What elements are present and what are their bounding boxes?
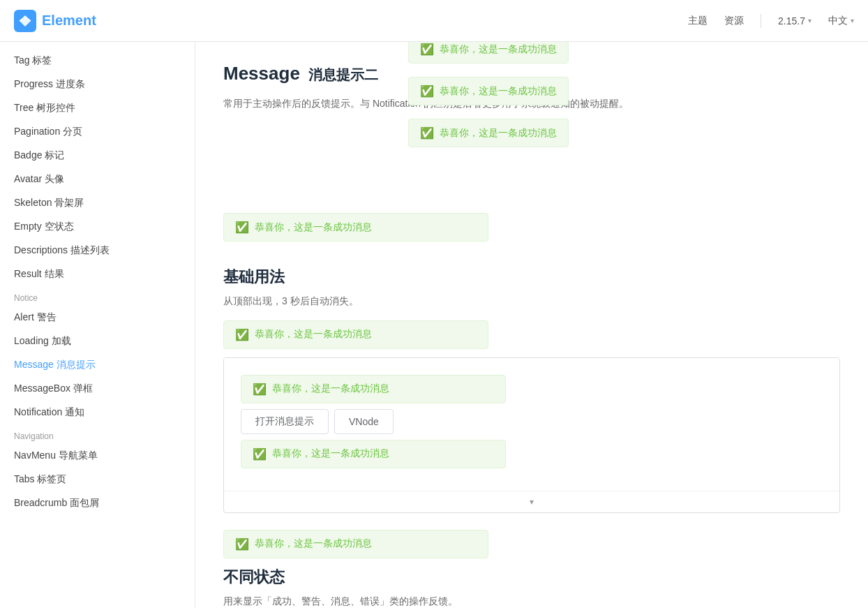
section-basic-desc: 从顶部出现，3 秒后自动消失。: [223, 293, 840, 309]
sidebar-section-notice: Notice: [0, 286, 195, 306]
message-text-1: 恭喜你，这是一条成功消息: [440, 43, 557, 56]
success-icon-7: ✅: [253, 447, 267, 461]
message-notification-3: ✅ 恭喜你，这是一条成功消息: [408, 119, 569, 153]
message-text-6: 恭喜你，这是一条成功消息: [272, 383, 389, 395]
demo-block-basic: ✅ 恭喜你，这是一条成功消息 打开消息提示 VNode ✅ 恭喜你，这是一条成功…: [223, 357, 840, 513]
success-icon-1: ✅: [420, 43, 434, 56]
version-label: 2.15.7: [778, 15, 805, 27]
version-select[interactable]: 2.15.7 ▾: [778, 15, 811, 27]
message-notification-6: ✅ 恭喜你，这是一条成功消息: [241, 375, 506, 403]
language-select[interactable]: 中文 ▾: [828, 15, 854, 27]
sidebar-item-loading[interactable]: Loading 加载: [0, 329, 195, 353]
sidebar-item-notification[interactable]: Notification 通知: [0, 401, 195, 424]
open-message-btn[interactable]: 打开消息提示: [241, 409, 329, 434]
show-code-icon: ▾: [530, 497, 534, 507]
sidebar-item-tag[interactable]: Tag 标签: [0, 49, 195, 73]
sidebar-item-result[interactable]: Result 结果: [0, 262, 195, 286]
page-header-section: Message 消息提示二 常用于主动操作后的反馈提示。与 Notificati…: [223, 63, 840, 111]
logo-text: Element: [42, 13, 96, 29]
section-status-title: 不同状态: [223, 567, 840, 588]
demo-area-basic: ✅ 恭喜你，这是一条成功消息 打开消息提示 VNode ✅ 恭喜你，这是一条成功…: [224, 358, 839, 491]
message-text-7: 恭喜你，这是一条成功消息: [272, 447, 389, 460]
basic-float-area: ✅ 恭喜你，这是一条成功消息: [223, 320, 840, 349]
success-icon-3: ✅: [420, 126, 434, 140]
sidebar-item-avatar[interactable]: Avatar 头像: [0, 168, 195, 191]
section-basic-title: 基础用法: [223, 267, 840, 288]
header-divider: [761, 14, 761, 28]
section-sep-1: [223, 250, 840, 267]
sidebar-item-skeleton[interactable]: Skeleton 骨架屏: [0, 191, 195, 215]
language-chevron: ▾: [851, 17, 854, 24]
success-icon-2: ✅: [420, 84, 434, 98]
success-icon-8: ✅: [235, 537, 249, 551]
logo: Element: [14, 10, 96, 32]
message-text-2: 恭喜你，这是一条成功消息: [440, 85, 557, 98]
sidebar-item-message[interactable]: Message 消息提示: [0, 353, 195, 377]
sidebar: Tag 标签 Progress 进度条 Tree 树形控件 Pagination…: [0, 42, 195, 608]
nav-resources[interactable]: 资源: [724, 15, 744, 27]
message-notification-5: ✅ 恭喜你，这是一条成功消息: [223, 320, 488, 349]
nav-theme[interactable]: 主题: [688, 15, 708, 27]
sidebar-item-empty[interactable]: Empty 空状态: [0, 215, 195, 239]
page-title: Message: [223, 63, 300, 84]
message-notification-7: ✅ 恭喜你，这是一条成功消息: [241, 440, 506, 468]
content-area: Message 消息提示二 常用于主动操作后的反馈提示。与 Notificati…: [195, 42, 868, 608]
demo-buttons-basic: 打开消息提示 VNode: [241, 409, 823, 434]
message-text-4: 恭喜你，这是一条成功消息: [255, 221, 372, 234]
message-text-8: 恭喜你，这是一条成功消息: [255, 537, 372, 550]
message-notification-4: ✅ 恭喜你，这是一条成功消息: [223, 213, 488, 242]
message-notification-2: ✅ 恭喜你，这是一条成功消息: [408, 77, 569, 111]
success-icon-6: ✅: [253, 383, 267, 396]
sidebar-item-breadcrumb[interactable]: Breadcrumb 面包屑: [0, 491, 195, 515]
sidebar-item-pagination[interactable]: Pagination 分页: [0, 120, 195, 144]
success-icon-4: ✅: [235, 221, 249, 234]
version-chevron: ▾: [808, 17, 811, 24]
sidebar-item-tree[interactable]: Tree 树形控件: [0, 96, 195, 120]
sidebar-item-progress[interactable]: Progress 进度条: [0, 73, 195, 96]
sidebar-item-descriptions[interactable]: Descriptions 描述列表: [0, 239, 195, 262]
header-nav: 主题 资源 2.15.7 ▾ 中文 ▾: [688, 14, 854, 28]
message-notification-8: ✅ 恭喜你，这是一条成功消息: [223, 530, 488, 558]
message-text-5: 恭喜你，这是一条成功消息: [255, 328, 372, 341]
success-icon-5: ✅: [235, 328, 249, 341]
sidebar-item-tabs[interactable]: Tabs 标签页: [0, 468, 195, 491]
vnode-btn[interactable]: VNode: [334, 409, 394, 434]
page-subtitle: 消息提示二: [308, 66, 378, 84]
sidebar-item-navmenu[interactable]: NavMenu 导航菜单: [0, 444, 195, 468]
msg-float-area: ✅ 恭喜你，这是一条成功消息: [223, 213, 840, 242]
language-label: 中文: [828, 15, 848, 27]
show-code-basic[interactable]: ▾: [224, 491, 839, 512]
sidebar-item-alert[interactable]: Alert 警告: [0, 306, 195, 329]
section-status-desc: 用来显示「成功、警告、消息、错误」类的操作反馈。: [223, 593, 840, 608]
message-text-3: 恭喜你，这是一条成功消息: [440, 127, 557, 140]
header: Element 主题 资源 2.15.7 ▾ 中文 ▾: [0, 0, 868, 42]
sidebar-item-messagebox[interactable]: MessageBox 弹框: [0, 377, 195, 401]
sidebar-section-navigation: Navigation: [0, 424, 195, 444]
message-notification-1: ✅ 恭喜你，这是一条成功消息: [408, 42, 569, 69]
logo-icon: [14, 10, 36, 32]
sidebar-item-badge[interactable]: Badge 标记: [0, 144, 195, 168]
main: Tag 标签 Progress 进度条 Tree 树形控件 Pagination…: [0, 42, 868, 608]
